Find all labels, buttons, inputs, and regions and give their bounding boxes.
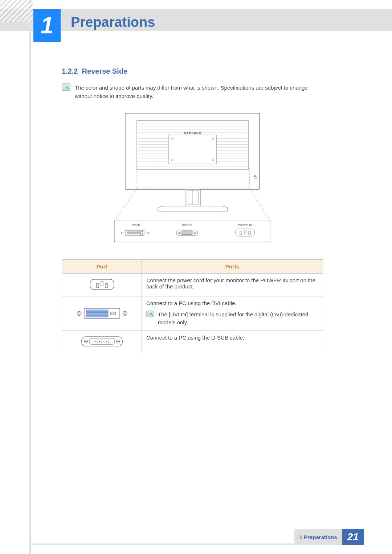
svg-rect-38: [97, 283, 99, 288]
svg-point-41: [77, 311, 81, 316]
svg-point-51: [117, 341, 119, 342]
section-title: Reverse Side: [82, 67, 128, 75]
svg-point-54: [101, 339, 101, 340]
svg-rect-31: [140, 231, 143, 234]
chapter-title: Preparations: [71, 15, 155, 30]
footer-label: 1 Preparations: [294, 529, 342, 545]
side-stripe: [29, 0, 31, 554]
svg-point-47: [123, 311, 127, 316]
table-row: Connect to a PC using the D-SUB cable.: [62, 331, 323, 352]
svg-point-64: [104, 342, 105, 343]
svg-point-62: [97, 342, 98, 343]
svg-line-25: [114, 188, 137, 221]
svg-point-55: [104, 339, 105, 340]
table-header-port: Port: [62, 259, 142, 273]
note-icon: [62, 83, 70, 91]
svg-point-49: [85, 341, 87, 342]
dvi-port-desc-cell: Connect to a PC using the DVI cable. The…: [142, 296, 323, 331]
svg-rect-39: [101, 282, 103, 286]
svg-point-63: [101, 342, 101, 343]
table-row: Connect to a PC using the DVI cable. The…: [62, 296, 323, 331]
svg-rect-37: [249, 231, 250, 234]
svg-rect-46: [110, 312, 115, 315]
svg-rect-45: [86, 315, 108, 317]
footer-page-number: 21: [342, 529, 364, 545]
svg-rect-15: [169, 135, 217, 164]
svg-point-65: [108, 342, 109, 343]
dvi-label: DVI IN: [132, 223, 140, 227]
section-number: 1.2.2: [62, 67, 78, 75]
dvi-port-icon-cell: [62, 296, 142, 331]
power-port-desc: Connect the power cord for your monitor …: [142, 273, 323, 296]
power-port-icon-cell: [62, 273, 142, 296]
table-header-ports: Ports: [142, 259, 323, 273]
svg-point-56: [108, 339, 109, 340]
table-row: Connect the power cord for your monitor …: [62, 273, 323, 296]
svg-point-57: [95, 341, 96, 341]
svg-point-61: [93, 342, 94, 343]
dsub-port-icon-cell: [62, 331, 142, 352]
dsub-port-desc: Connect to a PC using the D-SUB cable.: [142, 331, 323, 352]
svg-rect-44: [86, 312, 108, 314]
rgb-label: RGB IN: [182, 223, 192, 227]
svg-line-26: [249, 188, 270, 221]
power-label: POWER IN: [238, 223, 252, 227]
note-text: The color and shape of parts may differ …: [75, 83, 323, 100]
reverse-side-diagram: SAMSUNG DVI IN RGB IN: [114, 111, 270, 249]
svg-rect-43: [86, 310, 108, 312]
ports-table: Port Ports Connect the power cord: [62, 259, 323, 352]
svg-point-58: [99, 341, 99, 341]
svg-point-60: [106, 341, 107, 341]
dvi-port-icon: [75, 307, 129, 320]
svg-rect-36: [244, 230, 246, 233]
dvi-subnote-text: The [DVI IN] terminal is supplied for th…: [158, 311, 318, 327]
svg-point-59: [102, 341, 103, 341]
svg-rect-35: [240, 231, 242, 234]
section-heading: 1.2.2 Reverse Side: [62, 67, 323, 75]
note-block: The color and shape of parts may differ …: [62, 83, 323, 100]
power-port-icon: [89, 279, 115, 291]
svg-rect-40: [105, 283, 107, 288]
svg-point-52: [93, 339, 94, 340]
content-area: 1.2.2 Reverse Side The color and shape o…: [62, 67, 323, 352]
brand-label: SAMSUNG: [184, 131, 201, 135]
svg-point-53: [97, 339, 98, 340]
note-icon: [146, 311, 154, 317]
chapter-number-badge: 1: [33, 9, 61, 42]
dvi-port-desc: Connect to a PC using the DVI cable.: [146, 300, 318, 306]
footer: 1 Preparations 21: [294, 529, 364, 545]
dsub-port-icon: [80, 336, 124, 347]
dvi-subnote: The [DVI IN] terminal is supplied for th…: [146, 311, 318, 327]
svg-rect-30: [127, 231, 140, 234]
